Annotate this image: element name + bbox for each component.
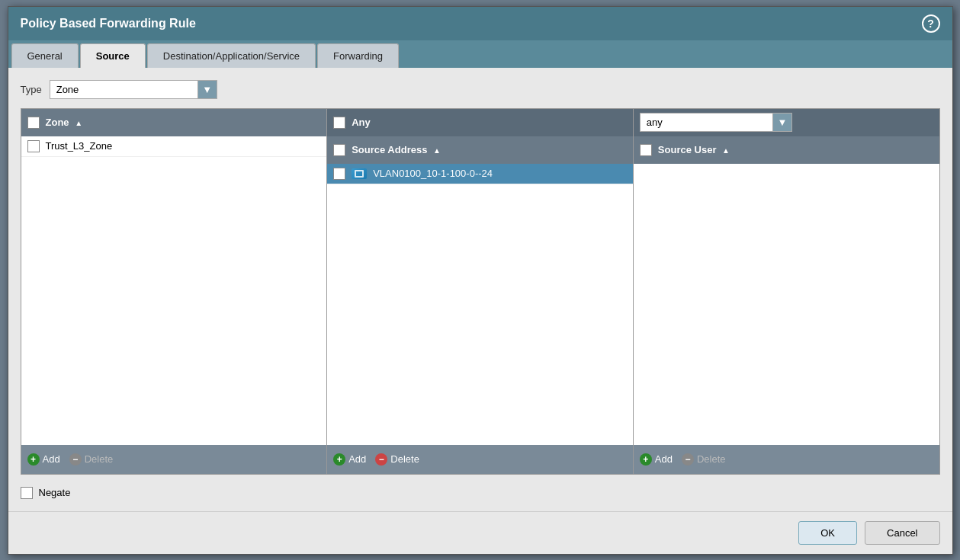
address-sort-icon: ▲ xyxy=(433,146,441,155)
zone-header-checkbox[interactable] xyxy=(27,117,40,129)
user-header-checkbox[interactable] xyxy=(640,144,652,156)
any-label: Any xyxy=(352,117,371,128)
ok-button[interactable]: OK xyxy=(798,521,857,545)
address-any-header: Any xyxy=(327,109,633,136)
tab-source[interactable]: Source xyxy=(80,43,146,68)
tab-general[interactable]: General xyxy=(11,43,79,68)
tab-destination[interactable]: Destination/Application/Service xyxy=(147,43,316,68)
address-delete-icon: − xyxy=(375,453,387,466)
address-col-body: VLAN0100_10-1-100-0--24 xyxy=(327,164,633,445)
zone-list-item[interactable]: Trust_L3_Zone xyxy=(21,136,327,157)
user-delete-icon: − xyxy=(682,453,694,466)
dialog-content: Type Zone Interface Address ▼ Zone ▲ xyxy=(8,68,952,511)
type-select[interactable]: Zone Interface Address xyxy=(50,80,217,99)
zone-col-header: Zone ▲ xyxy=(21,109,327,136)
user-add-icon: + xyxy=(640,453,652,466)
address-column: Any Source Address ▲ VLAN0100_10-1-100-0… xyxy=(327,109,634,474)
zone-delete-icon: − xyxy=(69,453,82,466)
user-sort-icon: ▲ xyxy=(722,146,730,155)
dialog-title: Policy Based Forwarding Rule xyxy=(21,17,196,30)
zone-add-icon: + xyxy=(27,453,40,466)
user-col-body xyxy=(634,164,939,445)
user-any-header: any ▼ xyxy=(634,109,939,136)
zone-col-footer: + Add − Delete xyxy=(21,445,327,474)
any-checkbox[interactable] xyxy=(333,117,345,129)
negate-label: Negate xyxy=(39,487,71,498)
three-columns: Zone ▲ Trust_L3_Zone + Add xyxy=(21,108,940,475)
user-any-dropdown-wrapper: any ▼ xyxy=(640,113,792,132)
zone-delete-button[interactable]: − Delete xyxy=(69,453,114,466)
address-col-header: Source Address ▲ xyxy=(327,136,633,164)
dialog-header: Policy Based Forwarding Rule ? xyxy=(8,7,952,40)
type-select-wrapper: Zone Interface Address ▼ xyxy=(50,80,217,99)
help-icon[interactable]: ? xyxy=(922,14,940,33)
zone-item-label: Trust_L3_Zone xyxy=(46,140,113,152)
address-item-checkbox[interactable] xyxy=(333,168,345,180)
address-list-item[interactable]: VLAN0100_10-1-100-0--24 xyxy=(327,164,633,184)
zone-col-body: Trust_L3_Zone xyxy=(21,136,327,445)
type-label: Type xyxy=(21,84,42,95)
zone-sort-icon: ▲ xyxy=(75,119,82,127)
user-col-footer: + Add − Delete xyxy=(634,445,939,474)
zone-col-label: Zone ▲ xyxy=(46,117,83,128)
dialog-footer: OK Cancel xyxy=(8,511,952,554)
user-column: any ▼ Source User ▲ + xyxy=(634,109,939,474)
address-item-label: VLAN0100_10-1-100-0--24 xyxy=(373,168,493,179)
user-col-label: Source User ▲ xyxy=(658,144,730,155)
type-row: Type Zone Interface Address ▼ xyxy=(21,80,940,99)
zone-add-button[interactable]: + Add xyxy=(27,453,60,466)
address-col-footer: + Add − Delete xyxy=(327,445,633,474)
tab-forwarding[interactable]: Forwarding xyxy=(317,43,399,68)
user-col-header: Source User ▲ xyxy=(634,136,939,164)
dialog-container: Policy Based Forwarding Rule ? General S… xyxy=(8,6,953,555)
address-add-icon: + xyxy=(333,453,345,466)
tabs-bar: General Source Destination/Application/S… xyxy=(8,40,952,68)
user-add-button[interactable]: + Add xyxy=(640,453,673,466)
address-col-label: Source Address ▲ xyxy=(352,144,441,155)
zone-item-checkbox[interactable] xyxy=(27,140,40,152)
network-icon xyxy=(352,168,367,179)
negate-checkbox[interactable] xyxy=(21,487,33,499)
address-header-checkbox[interactable] xyxy=(333,144,345,156)
cancel-button[interactable]: Cancel xyxy=(865,521,939,545)
user-any-dropdown[interactable]: any xyxy=(640,113,792,132)
negate-row: Negate xyxy=(21,487,940,499)
zone-column: Zone ▲ Trust_L3_Zone + Add xyxy=(21,109,328,474)
user-delete-button[interactable]: − Delete xyxy=(682,453,726,466)
address-add-button[interactable]: + Add xyxy=(333,453,366,466)
address-delete-button[interactable]: − Delete xyxy=(375,453,419,466)
